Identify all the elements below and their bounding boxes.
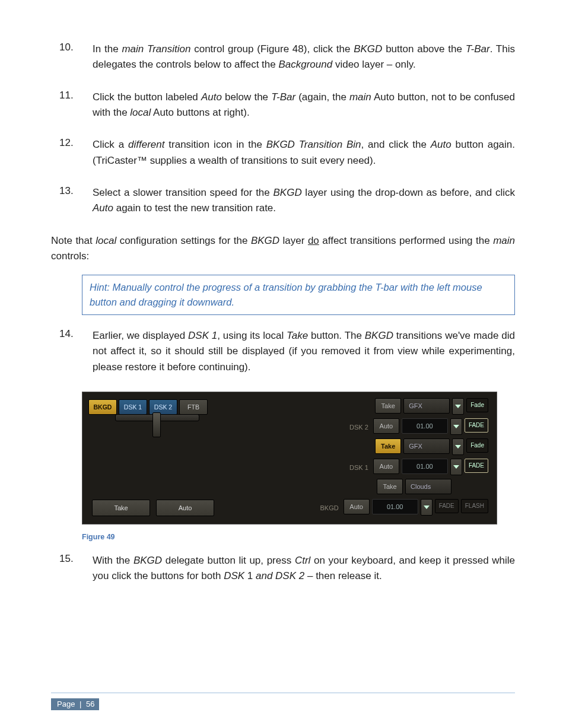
step-text: Earlier, we displayed DSK 1, using its l… (93, 328, 515, 375)
step-11: 11. Click the button labeled Auto below … (51, 90, 515, 121)
bkgd-time-dropdown-icon[interactable] (421, 499, 433, 516)
main-take-button[interactable]: Take (92, 500, 150, 516)
instruction-list: 10. In the main Transition control group… (51, 42, 515, 217)
dsk2-transition-chip[interactable]: FADE (465, 418, 488, 433)
dsk1-source-dropdown-icon[interactable] (452, 438, 464, 455)
instruction-list-3: 15. With the BKGD delegate button lit up… (51, 553, 515, 584)
step-10: 10. In the main Transition control group… (51, 42, 515, 73)
figure-caption: Figure 49 (82, 533, 515, 541)
step-number: 14. (51, 328, 93, 375)
dsk1-source-field[interactable]: GFX (403, 438, 450, 454)
step-number: 10. (51, 42, 93, 73)
step-number: 11. (51, 90, 93, 121)
dsk1-transition-chip[interactable]: FADE (465, 459, 488, 473)
step-text: Click a different transition icon in the… (93, 137, 515, 169)
dsk2-auto-button[interactable]: Auto (373, 418, 399, 434)
step-number: 15. (51, 553, 93, 584)
dsk1-time-dropdown-icon[interactable] (450, 459, 462, 475)
footer-page-word: Page (57, 700, 75, 708)
dsk2-source-field[interactable]: GFX (403, 398, 450, 414)
bkgd-source-field[interactable]: Clouds (405, 479, 451, 494)
bkgd-time-field[interactable]: 01.00 (372, 499, 418, 514)
page-number-tag: Page | 56 (51, 698, 99, 710)
step-13: 13. Select a slower transition speed for… (51, 185, 515, 217)
step-text: Select a slower transition speed for the… (93, 185, 515, 217)
hint-box: Hint: Manually control the progress of a… (82, 275, 515, 315)
dsk1-row-label: DSK 1 (341, 464, 373, 471)
dsk1-take-button[interactable]: Take (375, 438, 401, 454)
footer-page-number: 56 (86, 700, 94, 708)
dsk2-fade-label: Fade (466, 398, 488, 412)
bkgd-transition-chip-flash[interactable]: FLASH (461, 499, 488, 513)
dsk2-row-label: DSK 2 (341, 424, 373, 431)
step-15: 15. With the BKGD delegate button lit up… (51, 553, 515, 584)
page-footer: Page | 56 (0, 692, 566, 710)
bkgd-take-button[interactable]: Take (377, 479, 403, 494)
figure-49-screenshot: BKGD DSK 1 DSK 2 FTB Take GFX Fade DSK 2… (82, 392, 497, 524)
dsk1-fade-label: Fade (466, 438, 488, 453)
footer-sep: | (77, 700, 84, 708)
hint-text: Hint: Manually control the progress of a… (90, 282, 482, 307)
step-text: In the main Transition control group (Fi… (93, 42, 515, 73)
dsk2-time-field[interactable]: 01.00 (402, 418, 448, 434)
bkgd-transition-chip-fade[interactable]: FADE (435, 499, 459, 513)
step-text: With the BKGD delegate button lit up, pr… (93, 553, 515, 584)
note-paragraph: Note that local configuration settings f… (51, 233, 515, 265)
t-bar-handle[interactable] (152, 412, 161, 437)
step-14: 14. Earlier, we displayed DSK 1, using i… (51, 328, 515, 375)
dsk2-time-dropdown-icon[interactable] (450, 418, 462, 435)
step-number: 12. (51, 137, 93, 169)
instruction-list-2: 14. Earlier, we displayed DSK 1, using i… (51, 328, 515, 375)
step-text: Click the button labeled Auto below the … (93, 90, 515, 121)
footer-rule (51, 692, 515, 694)
bkgd-auto-button[interactable]: Auto (344, 499, 370, 514)
dsk2-take-button[interactable]: Take (375, 398, 401, 414)
step-number: 13. (51, 185, 93, 217)
dsk1-auto-button[interactable]: Auto (373, 459, 399, 474)
dsk1-time-field[interactable]: 01.00 (402, 459, 448, 474)
dsk2-source-dropdown-icon[interactable] (452, 398, 464, 415)
main-auto-button[interactable]: Auto (156, 500, 214, 516)
bkgd-row-label: BKGD (311, 504, 344, 511)
step-12: 12. Click a different transition icon in… (51, 137, 515, 169)
